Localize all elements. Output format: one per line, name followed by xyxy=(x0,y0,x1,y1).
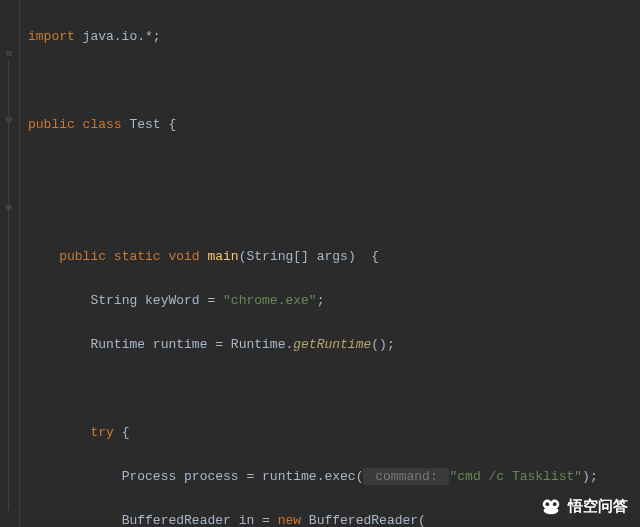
param-hint: command: xyxy=(363,468,449,485)
fold-toggle-icon[interactable]: ⊟ xyxy=(4,203,14,213)
keyword: try xyxy=(90,425,113,440)
code-text: (String[] args) { xyxy=(239,249,379,264)
string-literal: "chrome.exe" xyxy=(223,293,317,308)
svg-point-3 xyxy=(553,502,557,506)
code-editor[interactable]: ⊟ ⊟ ⊟ import java.io.*; public class Tes… xyxy=(0,0,640,527)
code-content[interactable]: import java.io.*; public class Test { pu… xyxy=(20,0,640,527)
keyword: new xyxy=(278,513,301,527)
code-text: BufferedReader in = xyxy=(122,513,278,527)
svg-point-4 xyxy=(544,507,559,514)
keyword: public static void xyxy=(59,249,199,264)
method-name: main xyxy=(200,249,239,264)
code-text: ); xyxy=(582,469,598,484)
code-text: Process process = runtime.exec( xyxy=(122,469,364,484)
code-text: { xyxy=(114,425,130,440)
wukong-logo-icon xyxy=(540,495,562,517)
code-text: Runtime runtime = Runtime. xyxy=(90,337,293,352)
fold-guide xyxy=(8,60,9,510)
code-text: BufferedReader( xyxy=(301,513,426,527)
watermark: 悟空问答 xyxy=(540,495,628,517)
code-text: ; xyxy=(317,293,325,308)
static-method: getRuntime xyxy=(293,337,371,352)
keyword: public class xyxy=(28,117,122,132)
code-text: java.io.*; xyxy=(75,29,161,44)
fold-toggle-icon[interactable]: ⊟ xyxy=(4,49,14,59)
code-text: Test { xyxy=(122,117,177,132)
keyword: import xyxy=(28,29,75,44)
svg-point-2 xyxy=(546,502,550,506)
gutter: ⊟ ⊟ ⊟ xyxy=(0,0,20,527)
fold-toggle-icon[interactable]: ⊟ xyxy=(4,115,14,125)
code-text: String keyWord = xyxy=(90,293,223,308)
watermark-text: 悟空问答 xyxy=(568,497,628,516)
code-text: (); xyxy=(371,337,394,352)
string-literal: "cmd /c Tasklist" xyxy=(449,469,582,484)
